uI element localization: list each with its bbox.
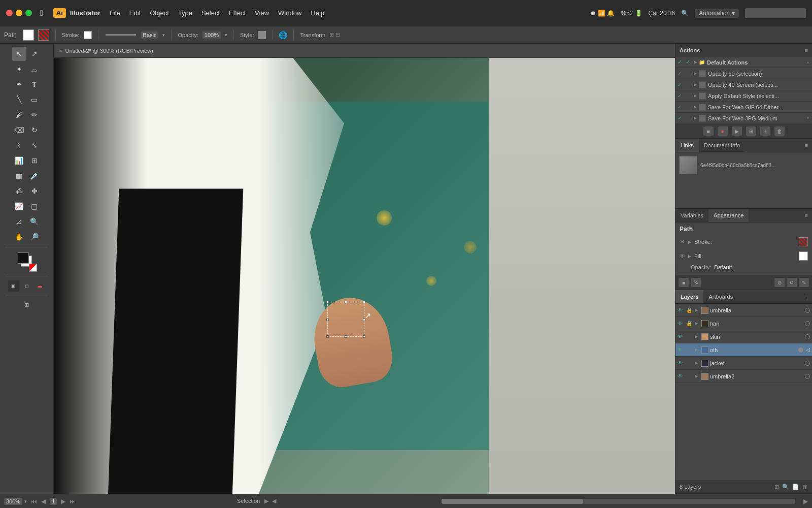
link-item[interactable]: 6e4f95d0bb480c8a5b5cc7ad83... <box>678 154 810 176</box>
warp-tool[interactable]: ⌇ <box>12 138 26 152</box>
hair-target[interactable] <box>805 321 810 326</box>
stroke-swatch-none[interactable] <box>38 29 49 41</box>
hair-lock-icon[interactable]: 🔒 <box>686 321 693 326</box>
menu-item-file[interactable]: File <box>110 9 120 17</box>
delete-action-button[interactable]: 🗑 <box>774 126 785 136</box>
workspace-selector[interactable]: Automation ▾ <box>695 9 739 18</box>
menu-item-effect[interactable]: Effect <box>229 9 246 17</box>
opacity-dropdown-icon[interactable]: ▾ <box>225 33 227 38</box>
horizontal-scrollbar[interactable] <box>442 499 795 504</box>
skin-target[interactable] <box>805 334 810 339</box>
umbrella-target[interactable] <box>805 308 810 313</box>
action-item-2[interactable]: ✓ ▶ Opacity 40 Screen (selecti... <box>675 79 812 90</box>
actions-menu-icon[interactable]: ≡ <box>805 47 808 53</box>
layer-row-jacket[interactable]: 👁 ▶ jacket <box>675 357 812 370</box>
menu-item-object[interactable]: Object <box>150 9 169 17</box>
selection-handle-tm[interactable] <box>345 301 347 303</box>
close-button[interactable] <box>6 10 13 16</box>
menu-item-select[interactable]: Select <box>201 9 220 17</box>
layers-tab[interactable]: Layers <box>675 290 703 303</box>
menu-item-help[interactable]: Help <box>311 9 324 17</box>
umbrella-expand-icon[interactable]: ▶ <box>695 308 700 312</box>
hand-tool[interactable]: ✋ <box>12 230 26 244</box>
lasso-tool[interactable]: ⌓ <box>27 62 42 76</box>
search-icon[interactable]: 🔍 <box>681 10 689 17</box>
selection-handle-ml[interactable] <box>326 319 329 321</box>
links-menu-icon[interactable]: ≡ <box>801 139 812 152</box>
status-prev-page-icon[interactable]: ◀ <box>272 498 276 504</box>
links-tab[interactable]: Links <box>675 139 699 152</box>
normal-screen-mode[interactable]: ▣ <box>8 280 19 292</box>
symbol-tool[interactable]: ✤ <box>27 184 42 198</box>
oth-expand-icon[interactable]: ▶ <box>695 347 700 352</box>
actions-panel-header[interactable]: Actions ≡ <box>675 44 812 57</box>
full-screen-with-menu[interactable]: ▬ <box>35 280 46 292</box>
paintbrush-tool[interactable]: 🖌 <box>12 108 26 122</box>
minimize-button[interactable] <box>16 10 22 16</box>
eyedropper-tool[interactable]: 💉 <box>27 169 42 183</box>
nav-next-icon[interactable]: ▶ <box>61 498 65 505</box>
actions-folder-row[interactable]: ✓ ✓ ▶ 📁 Default Actions ▲ <box>675 57 812 68</box>
opacity-value[interactable]: 100% <box>202 31 221 39</box>
artboard-tool[interactable]: ▢ <box>27 199 42 213</box>
expand-icon[interactable]: ▶ <box>694 60 697 65</box>
pencil-tool[interactable]: ✏ <box>27 108 42 122</box>
gradient-tool[interactable]: ▦ <box>12 169 26 183</box>
appearance-fx-btn[interactable]: fx. <box>691 278 701 287</box>
stop-button[interactable]: ■ <box>703 126 714 136</box>
nav-last-icon[interactable]: ⏭ <box>70 498 76 505</box>
artboards-tab[interactable]: Artboards <box>703 290 738 303</box>
artboard-switch-tool[interactable]: ⊞ <box>13 298 41 311</box>
slice-tool[interactable]: ⊿ <box>12 214 26 229</box>
layer-row-umbrella[interactable]: 👁 🔒 ▶ umbrella <box>675 304 812 317</box>
rect-tool[interactable]: ▭ <box>27 92 42 107</box>
menu-item-type[interactable]: Type <box>178 9 192 17</box>
selection-handle-bm[interactable] <box>345 335 347 338</box>
stroke-color-swatch[interactable] <box>84 31 92 39</box>
skin-visibility-eye[interactable]: 👁 <box>678 334 685 339</box>
fill-swatch[interactable] <box>799 251 808 261</box>
oth-target[interactable] <box>798 347 803 353</box>
eraser-tool[interactable]: ⌫ <box>12 123 26 137</box>
page-value[interactable]: 1 <box>50 498 57 505</box>
umbrella2-target[interactable] <box>805 374 810 379</box>
locate-object-icon[interactable]: 🔍 <box>782 484 789 490</box>
selection-handle-bl[interactable] <box>326 335 329 338</box>
new-action-button[interactable]: ＋ <box>760 126 770 136</box>
appearance-edit-btn[interactable]: ✎ <box>799 278 809 287</box>
layer-row-hair[interactable]: 👁 🔒 ▶ hair <box>675 317 812 330</box>
delete-layer-icon[interactable]: 🗑 <box>802 484 808 490</box>
layer-row-umbrella2[interactable]: 👁 ▶ umbrella2 <box>675 370 812 383</box>
canvas-close-button[interactable]: × <box>59 48 62 54</box>
zoom-dropdown-icon[interactable]: ▾ <box>24 499 27 504</box>
layer-row-oth[interactable]: 👁 ▶ oth ◁ <box>675 343 812 357</box>
zoom-value[interactable]: 300% <box>4 498 22 505</box>
stroke-expand-icon[interactable]: ▶ <box>688 240 691 244</box>
record-button[interactable]: ● <box>718 126 728 136</box>
stroke-visibility-eye[interactable]: 👁 <box>680 239 685 245</box>
color-swatches[interactable] <box>17 251 37 272</box>
umbrella-visibility-eye[interactable]: 👁 <box>678 307 685 313</box>
rotate-tool[interactable]: ↻ <box>27 123 42 137</box>
menu-item-view[interactable]: View <box>255 9 269 17</box>
magic-wand-tool[interactable]: ✦ <box>12 62 26 76</box>
column-graph-tool[interactable]: 📈 <box>12 199 26 213</box>
oth-visibility-eye[interactable]: 👁 <box>678 347 685 353</box>
appearance-tab[interactable]: Appearance <box>708 209 749 222</box>
variables-tab[interactable]: Variables <box>675 209 708 222</box>
selection-tool[interactable]: ↖ <box>12 47 26 61</box>
canvas-content[interactable]: ↗ <box>54 58 675 494</box>
umbrella-lock-icon[interactable]: 🔒 <box>686 307 693 313</box>
action-item-3[interactable]: ✓ ▶ Apply Default Style (selecti... <box>675 90 812 102</box>
selection-handle-tr[interactable] <box>363 301 365 303</box>
direct-selection-tool[interactable]: ↗ <box>27 47 42 61</box>
menu-item-edit[interactable]: Edit <box>129 9 141 17</box>
appearance-menu-icon[interactable]: ≡ <box>801 209 812 222</box>
menu-item-illustrator[interactable]: Illustrator <box>70 9 100 17</box>
graph-tool[interactable]: 📊 <box>12 153 26 168</box>
action-item-1[interactable]: ✓ ▶ Opacity 60 (selection) <box>675 68 812 79</box>
appearance-square-btn[interactable]: ■ <box>679 278 689 287</box>
blend-tool[interactable]: ⁂ <box>12 184 26 198</box>
scroll-right-icon[interactable]: ▶ <box>803 498 808 505</box>
pen-tool[interactable]: ✒ <box>12 77 26 91</box>
